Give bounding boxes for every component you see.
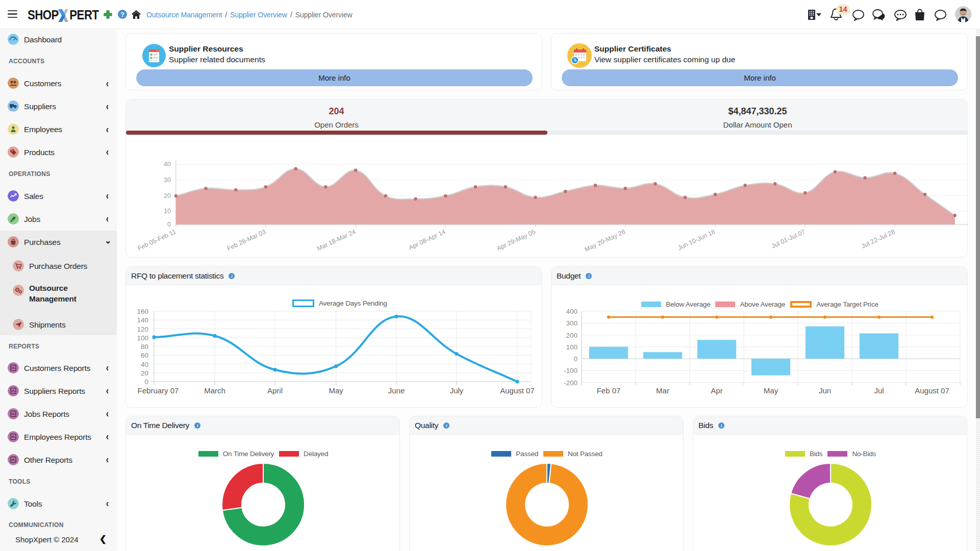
svg-text:August 07: August 07 <box>500 386 535 395</box>
svg-text:Jun: Jun <box>819 386 831 395</box>
svg-text:?: ? <box>120 11 124 18</box>
svg-text:300: 300 <box>566 319 577 327</box>
svg-text:140: 140 <box>137 316 148 324</box>
svg-text:0: 0 <box>573 355 577 363</box>
svg-text:160: 160 <box>137 308 148 315</box>
svg-text:August 07: August 07 <box>915 386 949 395</box>
svg-text:Feb 07: Feb 07 <box>597 386 621 395</box>
svg-text:30: 30 <box>164 177 171 184</box>
svg-text:100: 100 <box>566 343 577 351</box>
svg-text:May: May <box>764 386 778 395</box>
svg-text:June: June <box>388 386 405 395</box>
svg-text:Jun 10-Jun 16: Jun 10-Jun 16 <box>676 228 716 252</box>
svg-text:400: 400 <box>566 308 577 315</box>
svg-text:Jul 01-Jul 07: Jul 01-Jul 07 <box>770 228 806 250</box>
svg-text:Jul 22-Jul 28: Jul 22-Jul 28 <box>860 228 896 250</box>
svg-text:200: 200 <box>566 332 577 339</box>
svg-text:Jul: Jul <box>874 386 884 395</box>
svg-text:July: July <box>450 386 464 395</box>
svg-text:-100: -100 <box>564 367 577 374</box>
svg-text:0: 0 <box>167 221 171 228</box>
svg-text:May: May <box>329 386 343 395</box>
svg-text:March: March <box>204 386 225 395</box>
svg-text:Apr 08-Apr 14: Apr 08-Apr 14 <box>408 228 446 252</box>
svg-text:120: 120 <box>137 325 148 333</box>
svg-text:100: 100 <box>137 334 148 342</box>
svg-text:Mar: Mar <box>656 386 669 395</box>
svg-text:10: 10 <box>164 208 171 215</box>
svg-text:April: April <box>267 386 283 395</box>
svg-text:February 07: February 07 <box>138 386 179 395</box>
svg-text:40: 40 <box>141 361 148 368</box>
svg-text:-200: -200 <box>564 379 577 387</box>
svg-text:Mar 18-Mar 24: Mar 18-Mar 24 <box>316 228 357 252</box>
svg-text:20: 20 <box>141 369 148 377</box>
svg-text:May 20-May 26: May 20-May 26 <box>584 228 626 253</box>
svg-text:Feb 05-Feb 11: Feb 05-Feb 11 <box>137 228 177 252</box>
svg-text:40: 40 <box>164 161 171 168</box>
svg-text:Apr 29-May 05: Apr 29-May 05 <box>496 228 537 252</box>
svg-text:20: 20 <box>164 192 171 199</box>
svg-text:Feb 26-Mar 03: Feb 26-Mar 03 <box>226 228 267 252</box>
svg-text:80: 80 <box>141 343 148 350</box>
svg-text:0: 0 <box>144 378 148 386</box>
svg-text:60: 60 <box>141 352 148 359</box>
svg-text:Apr: Apr <box>711 386 722 395</box>
